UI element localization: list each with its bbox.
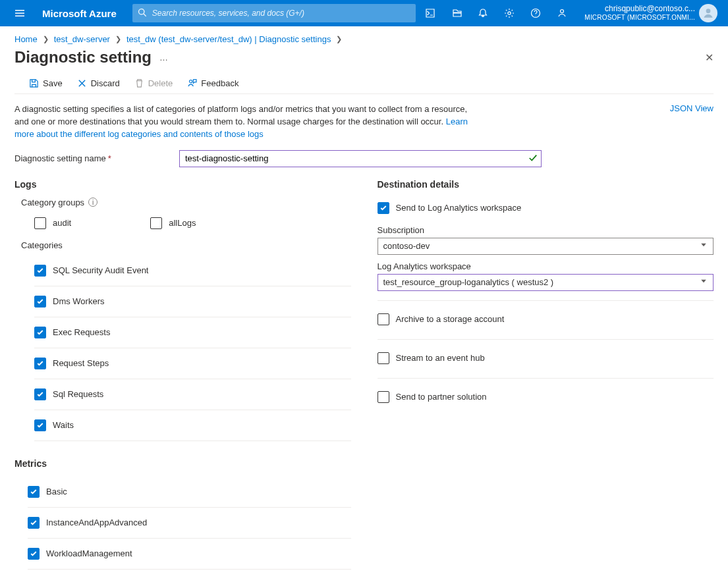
chevron-right-icon: ❯ [115, 35, 121, 43]
checkbox-waits[interactable]: Waits [34, 410, 351, 441]
chevron-down-icon [700, 241, 708, 251]
checkbox-metric-workloadmanagement[interactable]: WorkloadManagement [28, 539, 351, 570]
help-icon[interactable] [522, 0, 549, 26]
checkbox-sql-security-audit[interactable]: SQL Security Audit Event [34, 255, 351, 286]
checkbox-icon [378, 352, 389, 364]
page-header: Diagnostic setting … ✕ [0, 45, 728, 76]
save-button[interactable]: Save [29, 78, 63, 88]
checkbox-icon [378, 391, 389, 403]
command-bar: Save Discard Delete Feedback [14, 76, 714, 94]
search-input[interactable] [151, 8, 410, 18]
settings-icon[interactable] [496, 0, 522, 26]
avatar [699, 4, 717, 22]
account-org: MICROSOFT (MICROSOFT.ONMI... [584, 14, 695, 22]
feedback-icon[interactable] [549, 0, 575, 26]
global-search[interactable] [132, 4, 416, 22]
checkbox-icon [34, 217, 46, 229]
checkbox-archive-storage[interactable]: Archive to a storage account [378, 309, 714, 330]
checkbox-icon [34, 388, 46, 400]
breadcrumb-item[interactable]: test_dw (test_dw-server/test_dw) | Diagn… [126, 34, 331, 44]
svg-point-0 [508, 12, 511, 14]
more-icon[interactable]: … [159, 53, 169, 63]
checkbox-icon [34, 419, 46, 431]
cloud-shell-icon[interactable] [417, 0, 443, 26]
discard-button[interactable]: Discard [77, 78, 120, 88]
brand-label[interactable]: Microsoft Azure [42, 8, 117, 19]
save-icon [29, 78, 39, 88]
checkbox-icon [28, 486, 40, 498]
checkbox-icon [28, 548, 40, 560]
metrics-heading: Metrics [14, 458, 351, 469]
checkbox-icon [378, 313, 389, 325]
workspace-dropdown[interactable]: test_resource_group-loganalytics ( westu… [378, 274, 714, 291]
feedback-button[interactable]: Feedback [187, 78, 238, 88]
chevron-down-icon [700, 277, 708, 287]
breadcrumb-item[interactable]: Home [14, 34, 38, 44]
breadcrumb: Home ❯ test_dw-server ❯ test_dw (test_dw… [0, 26, 728, 45]
categories-label: Categories [21, 240, 351, 250]
setting-name-input[interactable] [179, 150, 542, 167]
valid-check-icon [528, 153, 538, 165]
search-icon [138, 8, 147, 19]
breadcrumb-item[interactable]: test_dw-server [54, 34, 110, 44]
logs-heading: Logs [14, 179, 351, 190]
checkbox-stream-eventhub[interactable]: Stream to an event hub [378, 348, 714, 369]
discard-icon [77, 78, 87, 88]
checkbox-icon [34, 265, 46, 277]
checkbox-icon [34, 358, 46, 369]
person-feedback-icon [187, 78, 197, 88]
category-groups-label: Category groupsi [21, 198, 351, 207]
checkbox-audit[interactable]: audit [34, 213, 71, 234]
chevron-right-icon: ❯ [43, 35, 49, 43]
svg-point-4 [190, 80, 192, 83]
destination-heading: Destination details [378, 179, 714, 190]
svg-point-3 [706, 9, 711, 13]
notifications-icon[interactable] [470, 0, 496, 26]
workspace-label: Log Analytics workspace [378, 261, 714, 271]
checkbox-alllogs[interactable]: allLogs [150, 213, 196, 234]
checkbox-metric-instanceappadvanced[interactable]: InstanceAndAppAdvanced [28, 508, 351, 539]
close-icon[interactable]: ✕ [705, 51, 714, 64]
directories-icon[interactable] [443, 0, 470, 26]
checkbox-icon [28, 517, 40, 529]
checkbox-partner-solution[interactable]: Send to partner solution [378, 387, 714, 408]
checkbox-icon [34, 327, 46, 338]
delete-button: Delete [134, 78, 173, 88]
checkbox-metric-basic[interactable]: Basic [28, 477, 351, 508]
checkbox-dms-workers[interactable]: Dms Workers [34, 286, 351, 317]
subscription-dropdown[interactable]: contoso-dev [378, 238, 714, 255]
json-view-link[interactable]: JSON View [670, 103, 714, 141]
subscription-label: Subscription [378, 225, 714, 235]
checkbox-sql-requests[interactable]: Sql Requests [34, 379, 351, 410]
setting-name-label: Diagnostic setting name* [14, 153, 179, 163]
menu-icon[interactable] [7, 0, 33, 26]
checkbox-request-steps[interactable]: Request Steps [34, 348, 351, 379]
info-icon[interactable]: i [88, 198, 98, 207]
checkbox-icon [150, 217, 162, 229]
checkbox-exec-requests[interactable]: Exec Requests [34, 317, 351, 348]
account-email: chrisqpublic@contoso.c... [584, 5, 695, 14]
checkbox-icon [34, 296, 46, 307]
account-menu[interactable]: chrisqpublic@contoso.c... MICROSOFT (MIC… [575, 4, 721, 22]
delete-icon [134, 78, 144, 88]
description-text: A diagnostic setting specifies a list of… [14, 103, 476, 141]
chevron-right-icon: ❯ [336, 35, 342, 43]
page-title: Diagnostic setting [14, 48, 152, 67]
svg-point-2 [561, 10, 564, 13]
checkbox-icon [378, 202, 389, 214]
checkbox-send-law[interactable]: Send to Log Analytics workspace [378, 198, 714, 219]
global-header: Microsoft Azure chrisqpublic@contoso.c..… [0, 0, 728, 26]
